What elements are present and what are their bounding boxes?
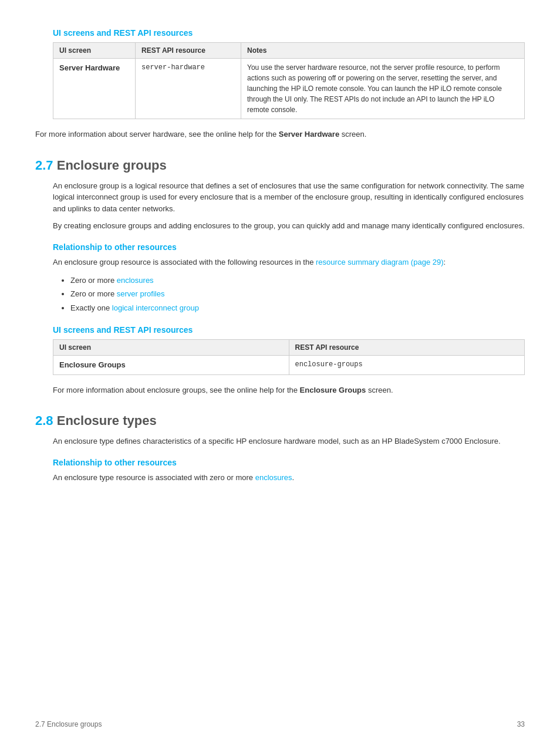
section-27-relationship-para: An enclosure group resource is associate… [53, 256, 525, 268]
enclosures-link-1[interactable]: enclosures [117, 276, 154, 285]
cell-ui-screen: Server Hardware [53, 59, 136, 119]
server-hardware-bold: Server Hardware [279, 130, 339, 139]
section-27-footer-para: For more information about enclosure gro… [53, 384, 525, 396]
list-item: Exactly one logical interconnect group [70, 301, 525, 315]
top-footer-paragraph: For more information about server hardwa… [35, 129, 525, 140]
section-27-bullet-list: Zero or more enclosures Zero or more ser… [70, 274, 525, 315]
col-header-ui-screen-27: UI screen [53, 340, 289, 356]
section-27-intro1: An enclosure group is a logical resource… [53, 180, 525, 215]
logical-interconnect-group-link[interactable]: logical interconnect group [112, 303, 199, 312]
list-item: Zero or more server profiles [70, 287, 525, 301]
col-header-rest-resource-27: REST API resource [289, 340, 525, 356]
server-profiles-link[interactable]: server profiles [117, 289, 165, 298]
footer-page-number: 33 [517, 720, 525, 728]
list-item: Zero or more enclosures [70, 274, 525, 287]
section-27-relationship-heading: Relationship to other resources [53, 242, 525, 252]
section-27-heading: 2.7 Enclosure groups [35, 158, 525, 173]
cell-rest-resource-27: enclosure-groups [289, 356, 525, 375]
section-28: 2.8 Enclosure types An enclosure type de… [35, 413, 525, 483]
enclosure-groups-bold: Enclosure Groups [300, 386, 366, 394]
top-ui-table-section: UI screens and REST API resources UI scr… [35, 28, 525, 140]
col-header-notes: Notes [241, 43, 525, 59]
cell-rest-resource: server-hardware [136, 59, 241, 119]
section-28-relationship-heading: Relationship to other resources [53, 458, 525, 467]
table-row: Server Hardware server-hardware You use … [53, 59, 525, 119]
col-header-rest-resource: REST API resource [136, 43, 241, 59]
section-28-heading: 2.8 Enclosure types [35, 413, 525, 428]
section-28-relationship-para: An enclosure type resource is associated… [53, 472, 525, 484]
section-28-intro: An enclosure type defines characteristic… [53, 436, 525, 447]
resource-summary-diagram-link[interactable]: resource summary diagram (page 29) [316, 258, 443, 266]
footer-section-label: 2.7 Enclosure groups [35, 720, 102, 728]
cell-ui-screen-27: Enclosure Groups [53, 356, 289, 375]
top-ui-table-heading: UI screens and REST API resources [35, 28, 525, 38]
col-header-ui-screen: UI screen [53, 43, 136, 59]
section-27-api-table: UI screen REST API resource Enclosure Gr… [53, 339, 525, 375]
section-27: 2.7 Enclosure groups An enclosure group … [35, 158, 525, 396]
table-row: Enclosure Groups enclosure-groups [53, 356, 525, 375]
top-api-table: UI screen REST API resource Notes Server… [53, 42, 525, 119]
section-27-ui-table-heading: UI screens and REST API resources [53, 325, 525, 335]
section-27-intro2: By creating enclosure groups and adding … [53, 220, 525, 232]
cell-notes: You use the server hardware resource, no… [241, 59, 525, 119]
enclosures-link-2[interactable]: enclosures [255, 473, 292, 482]
